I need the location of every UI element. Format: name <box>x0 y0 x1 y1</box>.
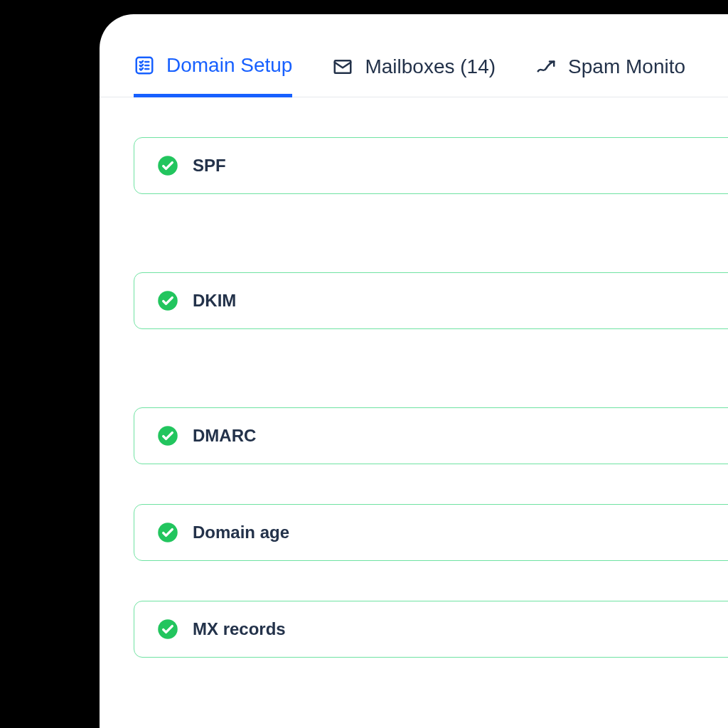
check-circle-icon <box>157 619 178 640</box>
check-row-dkim[interactable]: DKIM <box>134 272 728 329</box>
tab-mailboxes[interactable]: Mailboxes (14) <box>332 55 496 95</box>
mail-icon <box>332 56 353 77</box>
check-circle-icon <box>157 155 178 176</box>
check-circle-icon <box>157 425 178 446</box>
tab-label: Domain Setup <box>166 54 292 77</box>
trend-up-icon <box>535 56 557 77</box>
check-row-spf[interactable]: SPF <box>134 137 728 194</box>
check-row-mx-records[interactable]: MX records <box>134 601 728 658</box>
checklist-icon <box>134 55 155 76</box>
tab-domain-setup[interactable]: Domain Setup <box>134 54 292 97</box>
check-circle-icon <box>157 290 178 311</box>
check-row-label: DMARC <box>193 426 256 446</box>
settings-panel: Domain Setup Mailboxes (14) Spam Monito <box>100 14 728 728</box>
check-row-domain-age[interactable]: Domain age <box>134 504 728 561</box>
check-row-label: DKIM <box>193 291 236 311</box>
tabs-bar: Domain Setup Mailboxes (14) Spam Monito <box>100 14 728 97</box>
check-circle-icon <box>157 522 178 543</box>
check-row-label: Domain age <box>193 523 289 542</box>
check-row-dmarc[interactable]: DMARC <box>134 407 728 464</box>
domain-checks-list: SPF DKIM DMARC <box>100 97 728 658</box>
tab-label: Spam Monito <box>568 55 685 78</box>
check-row-label: SPF <box>193 156 226 176</box>
tab-spam-monitor[interactable]: Spam Monito <box>535 55 685 95</box>
check-row-label: MX records <box>193 619 286 639</box>
tab-label: Mailboxes (14) <box>365 55 496 78</box>
